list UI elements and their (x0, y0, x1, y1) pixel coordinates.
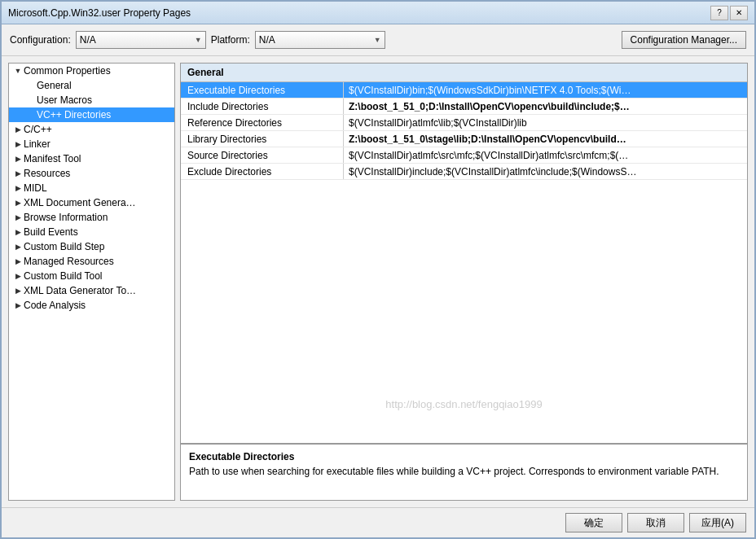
ok-button[interactable]: 确定 (565, 513, 622, 532)
tree-label-xml-doc: XML Document Genera… (24, 197, 136, 208)
watermark: http://blog.csdn.net/fengqiao1999 (181, 366, 747, 443)
config-dropdown-arrow: ▼ (195, 36, 202, 44)
prop-value-exe-dirs: $(VCInstallDir)bin;$(WindowsSdkDir)bin\N… (344, 82, 747, 98)
config-bar: Configuration: N/A ▼ Platform: N/A ▼ Con… (2, 24, 754, 56)
tree-item-managed-resources[interactable]: ▶Managed Resources (9, 254, 174, 269)
config-label: Configuration: (10, 34, 71, 46)
title-bar-buttons: ? ✕ (710, 6, 748, 20)
tree-label-xml-data-gen: XML Data Generator To… (24, 285, 136, 296)
prop-row-lib-dirs[interactable]: Library DirectoriesZ:\boost_1_51_0\stage… (181, 131, 747, 147)
tree-expand-icon-c-cpp: ▶ (12, 124, 24, 135)
prop-row-inc-dirs[interactable]: Include DirectoriesZ:\boost_1_51_0;D:\In… (181, 99, 747, 115)
help-button[interactable]: ? (710, 6, 728, 20)
tree-label-vc-dirs: VC++ Directories (37, 109, 111, 121)
tree-expand-icon-custom-build-tool: ▶ (12, 270, 24, 282)
tree-expand-icon-linker: ▶ (12, 138, 24, 150)
tree-label-user-macros: User Macros (37, 94, 92, 106)
tree-item-linker[interactable]: ▶Linker (9, 137, 174, 151)
prop-value-lib-dirs: Z:\boost_1_51_0\stage\lib;D:\Install\Ope… (344, 131, 747, 147)
tree-item-code-analysis[interactable]: ▶Code Analysis (9, 298, 174, 313)
tree-item-manifest-tool[interactable]: ▶Manifest Tool (9, 151, 174, 166)
prop-value-ref-dirs: $(VCInstallDir)atlmfc\lib;$(VCInstallDir… (344, 115, 747, 130)
apply-button[interactable]: 应用(A) (689, 513, 746, 532)
tree-item-c-cpp[interactable]: ▶C/C++ (9, 122, 174, 137)
tree-expand-icon-build-events: ▶ (12, 226, 24, 238)
tree-expand-icon-resources: ▶ (12, 168, 24, 179)
tree-label-custom-build-tool: Custom Build Tool (24, 270, 103, 282)
title-bar: Microsoft.Cpp.Win32.user Property Pages … (2, 2, 754, 24)
title-bar-text: Microsoft.Cpp.Win32.user Property Pages (8, 7, 191, 19)
prop-name-src-dirs: Source Directories (181, 147, 344, 163)
main-dialog: Microsoft.Cpp.Win32.user Property Pages … (0, 0, 756, 539)
tree-label-browse-info: Browse Information (24, 212, 108, 223)
tree-label-manifest-tool: Manifest Tool (24, 153, 81, 164)
prop-name-inc-dirs: Include Directories (181, 99, 344, 114)
tree-label-linker: Linker (24, 138, 51, 150)
prop-name-ref-dirs: Reference Directories (181, 115, 344, 130)
prop-row-exc-dirs[interactable]: Exclude Directories$(VCInstallDir)includ… (181, 164, 747, 180)
prop-name-lib-dirs: Library Directories (181, 131, 344, 147)
prop-name-exe-dirs: Executable Directories (181, 82, 344, 98)
platform-dropdown[interactable]: N/A ▼ (255, 31, 385, 49)
prop-value-exc-dirs: $(VCInstallDir)include;$(VCInstallDir)at… (344, 164, 747, 179)
properties-table: Executable Directories$(VCInstallDir)bin… (181, 82, 747, 366)
tree-item-build-events[interactable]: ▶Build Events (9, 225, 174, 239)
tree-item-xml-doc[interactable]: ▶XML Document Genera… (9, 195, 174, 210)
prop-name-exc-dirs: Exclude Directories (181, 164, 344, 179)
desc-text: Path to use when searching for executabl… (189, 466, 739, 477)
left-panel: ▼Common PropertiesGeneralUser MacrosVC++… (8, 63, 175, 501)
description-panel: Executable Directories Path to use when … (181, 443, 747, 500)
close-button[interactable]: ✕ (730, 6, 748, 20)
tree-label-general: General (37, 80, 72, 91)
tree-expand-icon-manifest-tool: ▶ (12, 153, 24, 164)
tree-label-managed-resources: Managed Resources (24, 256, 114, 267)
tree-label-resources: Resources (24, 168, 70, 179)
tree-expand-icon-common-props: ▼ (12, 65, 24, 77)
bottom-bar: 确定 取消 应用(A) (2, 507, 754, 537)
platform-dropdown-arrow: ▼ (374, 36, 381, 44)
tree-label-common-props: Common Properties (24, 65, 111, 77)
tree-expand-icon-browse-info: ▶ (12, 212, 24, 223)
tree-item-common-props[interactable]: ▼Common Properties (9, 64, 174, 78)
prop-value-src-dirs: $(VCInstallDir)atlmfc\src\mfc;$(VCInstal… (344, 147, 747, 163)
tree-label-c-cpp: C/C++ (24, 124, 52, 135)
cancel-button[interactable]: 取消 (627, 513, 684, 532)
prop-value-inc-dirs: Z:\boost_1_51_0;D:\Install\OpenCV\opencv… (344, 99, 747, 114)
tree-expand-icon-xml-data-gen: ▶ (12, 285, 24, 296)
tree-item-xml-data-gen[interactable]: ▶XML Data Generator To… (9, 283, 174, 298)
right-panel-header: General (181, 64, 747, 82)
right-panel: General Executable Directories$(VCInstal… (180, 63, 748, 501)
platform-label: Platform: (211, 34, 250, 46)
tree-item-midl[interactable]: ▶MIDL (9, 181, 174, 195)
tree-expand-icon-custom-build-step: ▶ (12, 241, 24, 252)
tree-expand-icon-midl: ▶ (12, 182, 24, 194)
tree-expand-icon-xml-doc: ▶ (12, 197, 24, 208)
desc-title: Executable Directories (189, 451, 739, 462)
tree-item-custom-build-step[interactable]: ▶Custom Build Step (9, 239, 174, 254)
tree-label-midl: MIDL (24, 182, 47, 194)
tree-label-build-events: Build Events (24, 226, 78, 238)
tree-label-code-analysis: Code Analysis (24, 300, 86, 311)
tree-item-vc-dirs[interactable]: VC++ Directories (9, 107, 174, 122)
tree-expand-icon-code-analysis: ▶ (12, 300, 24, 311)
tree-label-custom-build-step: Custom Build Step (24, 241, 104, 252)
tree-item-user-macros[interactable]: User Macros (9, 93, 174, 107)
prop-row-ref-dirs[interactable]: Reference Directories$(VCInstallDir)atlm… (181, 115, 747, 131)
tree-item-resources[interactable]: ▶Resources (9, 166, 174, 181)
prop-row-exe-dirs[interactable]: Executable Directories$(VCInstallDir)bin… (181, 82, 747, 99)
tree-item-custom-build-tool[interactable]: ▶Custom Build Tool (9, 269, 174, 283)
config-dropdown[interactable]: N/A ▼ (76, 31, 206, 49)
config-manager-button[interactable]: Configuration Manager... (622, 31, 746, 49)
prop-row-src-dirs[interactable]: Source Directories$(VCInstallDir)atlmfc\… (181, 147, 747, 164)
tree-item-general[interactable]: General (9, 78, 174, 93)
main-content: ▼Common PropertiesGeneralUser MacrosVC++… (2, 56, 754, 507)
tree-expand-icon-managed-resources: ▶ (12, 256, 24, 267)
tree-item-browse-info[interactable]: ▶Browse Information (9, 210, 174, 225)
